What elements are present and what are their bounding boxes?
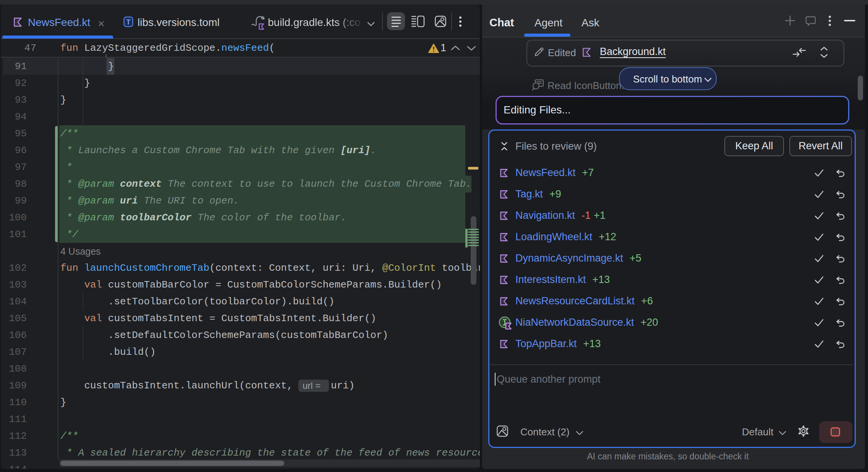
svg-text:T: T: [126, 18, 131, 26]
